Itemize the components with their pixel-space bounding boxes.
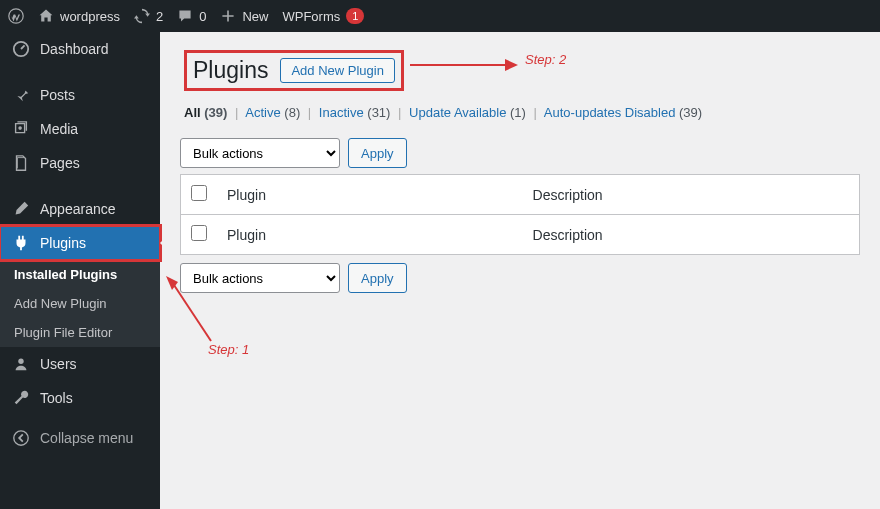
add-new-plugin-button[interactable]: Add New Plugin: [280, 58, 395, 83]
filter-active[interactable]: Active (8): [245, 105, 300, 120]
sidebar-submenu-plugins: Installed Plugins Add New Plugin Plugin …: [0, 260, 160, 347]
select-all-top[interactable]: [191, 185, 207, 201]
sidebar-item-tools[interactable]: Tools: [0, 381, 160, 415]
bulk-actions-top: Bulk actions Apply: [180, 138, 860, 168]
sidebar-item-label: Posts: [40, 87, 75, 103]
sidebar-collapse[interactable]: Collapse menu: [0, 421, 160, 455]
page-heading-row: Plugins Add New Plugin: [180, 42, 860, 99]
pages-icon: [12, 154, 30, 172]
media-icon: [12, 120, 30, 138]
wp-logo[interactable]: [8, 8, 24, 24]
new-link[interactable]: New: [220, 8, 268, 24]
sidebar-item-label: Pages: [40, 155, 80, 171]
home-icon: [38, 8, 54, 24]
sidebar-item-pages[interactable]: Pages: [0, 146, 160, 180]
bulk-action-select-top[interactable]: Bulk actions: [180, 138, 340, 168]
page-title: Plugins: [193, 57, 268, 84]
sidebar-item-label: Media: [40, 121, 78, 137]
sidebar-item-plugins[interactable]: Plugins: [0, 226, 160, 260]
filter-inactive[interactable]: Inactive (31): [319, 105, 391, 120]
refresh-icon: [134, 8, 150, 24]
collapse-icon: [12, 429, 30, 447]
plugin-filters: All (39) | Active (8) | Inactive (31) | …: [180, 99, 860, 132]
sidebar-sub-editor[interactable]: Plugin File Editor: [0, 318, 160, 347]
dashboard-icon: [12, 40, 30, 58]
sidebar-item-label: Users: [40, 356, 77, 372]
brush-icon: [12, 200, 30, 218]
main-content: Plugins Add New Plugin All (39) | Active…: [160, 32, 880, 509]
col-plugin-header[interactable]: Plugin: [217, 175, 523, 215]
svg-point-2: [18, 126, 22, 130]
sidebar-item-appearance[interactable]: Appearance: [0, 192, 160, 226]
comments-count: 0: [199, 9, 206, 24]
updates-link[interactable]: 2: [134, 8, 163, 24]
wordpress-icon: [8, 8, 24, 24]
select-all-bottom[interactable]: [191, 225, 207, 241]
plus-icon: [220, 8, 236, 24]
filter-auto[interactable]: Auto-updates Disabled (39): [544, 105, 702, 120]
tools-icon: [12, 389, 30, 407]
col-plugin-footer: Plugin: [217, 215, 523, 255]
sidebar-item-label: Plugins: [40, 235, 86, 251]
filter-update[interactable]: Update Available (1): [409, 105, 526, 120]
filter-all[interactable]: All (39): [184, 105, 227, 120]
col-desc-header[interactable]: Description: [523, 175, 860, 215]
plugins-table: Plugin Description Plugin Description: [180, 174, 860, 255]
annotation-arrow-step2: [410, 55, 520, 78]
svg-line-7: [172, 282, 211, 341]
sidebar-item-dashboard[interactable]: Dashboard: [0, 32, 160, 66]
apply-button-bottom[interactable]: Apply: [348, 263, 407, 293]
sidebar-item-posts[interactable]: Posts: [0, 78, 160, 112]
col-desc-footer: Description: [523, 215, 860, 255]
site-name-link[interactable]: wordpress: [38, 8, 120, 24]
sidebar-item-label: Collapse menu: [40, 430, 133, 446]
svg-point-3: [18, 359, 23, 364]
wpforms-badge: 1: [346, 8, 364, 24]
wpforms-label: WPForms: [282, 9, 340, 24]
sidebar-item-label: Dashboard: [40, 41, 109, 57]
apply-button-top[interactable]: Apply: [348, 138, 407, 168]
svg-point-4: [14, 431, 28, 445]
users-icon: [12, 355, 30, 373]
annotation-box-step2: Plugins Add New Plugin: [184, 50, 404, 91]
plugin-icon: [12, 234, 30, 252]
sidebar-sub-addnew[interactable]: Add New Plugin: [0, 289, 160, 318]
comment-icon: [177, 8, 193, 24]
updates-count: 2: [156, 9, 163, 24]
svg-marker-6: [505, 59, 518, 71]
sidebar-item-media[interactable]: Media: [0, 112, 160, 146]
sidebar-item-label: Tools: [40, 390, 73, 406]
site-name-label: wordpress: [60, 9, 120, 24]
comments-link[interactable]: 0: [177, 8, 206, 24]
bulk-actions-bottom: Bulk actions Apply: [180, 263, 860, 293]
new-label: New: [242, 9, 268, 24]
wpforms-link[interactable]: WPForms 1: [282, 8, 364, 24]
admin-sidebar: Dashboard Posts Media Pages Appearance P…: [0, 32, 160, 509]
sidebar-item-label: Appearance: [40, 201, 116, 217]
sidebar-sub-installed[interactable]: Installed Plugins: [0, 260, 160, 289]
svg-point-0: [9, 9, 23, 23]
sidebar-item-users[interactable]: Users: [0, 347, 160, 381]
pin-icon: [12, 86, 30, 104]
annotation-step2-label: Step: 2: [525, 52, 566, 67]
annotation-step1-label: Step: 1: [208, 342, 249, 357]
admin-bar: wordpress 2 0 New WPForms 1: [0, 0, 880, 32]
